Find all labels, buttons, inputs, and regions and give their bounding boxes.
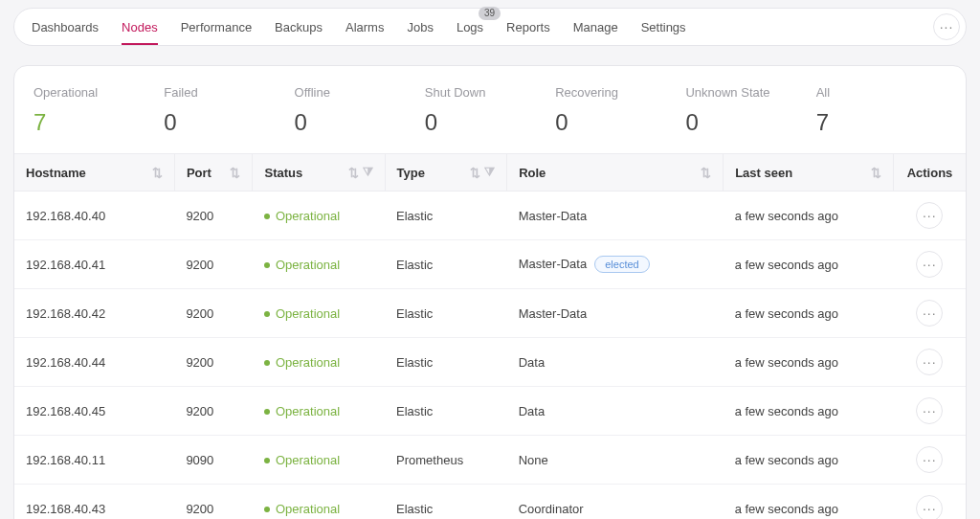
cell-lastseen: a few seconds ago	[724, 338, 894, 387]
nav-tab-label: Jobs	[407, 20, 433, 34]
cell-port: 9200	[174, 240, 253, 289]
top-nav: DashboardsNodesPerformanceBackupsAlarmsJ…	[13, 8, 967, 46]
filter-icon[interactable]: ⧩	[484, 165, 495, 180]
stat-shut-down[interactable]: Shut Down0	[425, 85, 555, 136]
col-header-status[interactable]: Status ⇅ ⧩	[253, 154, 385, 192]
sort-icon[interactable]: ⇅	[230, 166, 240, 180]
cell-port: 9090	[174, 436, 253, 485]
stat-label: Unknown State	[685, 85, 796, 100]
col-header-hostname[interactable]: Hostname ⇅	[14, 154, 174, 192]
table-body: 192.168.40.409200OperationalElasticMaste…	[14, 192, 966, 520]
stat-all[interactable]: All7	[816, 85, 947, 136]
nav-tab-performance[interactable]: Performance	[181, 9, 252, 45]
nav-tab-alarms[interactable]: Alarms	[345, 9, 384, 45]
cell-role: Data	[507, 338, 724, 387]
nav-tab-backups[interactable]: Backups	[275, 9, 323, 45]
cell-status: Operational	[253, 192, 385, 240]
nav-tabs: DashboardsNodesPerformanceBackupsAlarmsJ…	[32, 9, 686, 45]
sort-icon[interactable]: ⇅	[871, 166, 881, 180]
cell-role: Data	[507, 387, 724, 436]
cell-type: Elastic	[385, 387, 507, 436]
row-actions-button[interactable]: ···	[916, 495, 943, 519]
table-row: 192.168.40.459200OperationalElasticDataa…	[14, 387, 966, 436]
cell-role: Master-Dataelected	[507, 240, 724, 289]
table-row: 192.168.40.419200OperationalElasticMaste…	[14, 240, 966, 289]
cell-lastseen: a few seconds ago	[724, 289, 894, 338]
status-dot-icon	[264, 311, 270, 317]
cell-lastseen: a few seconds ago	[724, 192, 894, 240]
status-text: Operational	[276, 258, 340, 272]
col-header-label: Status	[264, 166, 302, 180]
stat-offline[interactable]: Offline0	[295, 85, 425, 136]
cell-lastseen: a few seconds ago	[724, 240, 894, 289]
cell-actions: ···	[893, 192, 966, 240]
stat-label: All	[816, 85, 927, 100]
stat-operational[interactable]: Operational7	[33, 85, 164, 136]
col-header-label: Role	[519, 166, 546, 180]
stat-value: 0	[555, 109, 666, 136]
stat-unknown-state[interactable]: Unknown State0	[685, 85, 815, 136]
status-dot-icon	[264, 360, 270, 366]
nav-tab-manage[interactable]: Manage	[573, 9, 618, 45]
nav-more-button[interactable]: ···	[933, 13, 960, 40]
row-actions-button[interactable]: ···	[916, 397, 943, 424]
nav-tab-nodes[interactable]: Nodes	[122, 9, 158, 45]
table-row: 192.168.40.119090OperationalPrometheusNo…	[14, 436, 966, 485]
row-actions-button[interactable]: ···	[916, 446, 943, 473]
stat-label: Recovering	[555, 85, 666, 100]
row-actions-button[interactable]: ···	[916, 251, 943, 278]
status-text: Operational	[276, 502, 340, 516]
nav-tab-dashboards[interactable]: Dashboards	[32, 9, 99, 45]
cell-role: Master-Data	[507, 289, 724, 338]
status-dot-icon	[264, 262, 270, 268]
cell-role: Master-Data	[507, 192, 724, 240]
sort-icon[interactable]: ⇅	[348, 166, 359, 180]
table-row: 192.168.40.449200OperationalElasticDataa…	[14, 338, 966, 387]
col-header-label: Type	[397, 166, 425, 180]
sort-icon[interactable]: ⇅	[152, 166, 163, 180]
cell-port: 9200	[174, 338, 253, 387]
stat-recovering[interactable]: Recovering0	[555, 85, 685, 136]
nav-tab-settings[interactable]: Settings	[641, 9, 686, 45]
sort-icon[interactable]: ⇅	[701, 166, 711, 180]
col-header-port[interactable]: Port ⇅	[174, 154, 253, 192]
cell-lastseen: a few seconds ago	[724, 387, 894, 436]
cell-hostname: 192.168.40.42	[14, 289, 174, 338]
nav-tab-label: Reports	[506, 20, 550, 34]
cell-type: Elastic	[385, 289, 507, 338]
status-dot-icon	[264, 507, 270, 512]
col-header-role[interactable]: Role ⇅	[507, 154, 724, 192]
sort-icon[interactable]: ⇅	[470, 166, 480, 180]
cell-role: None	[507, 436, 724, 485]
cell-actions: ···	[893, 240, 966, 289]
cell-status: Operational	[253, 289, 385, 338]
row-actions-button[interactable]: ···	[916, 300, 943, 327]
stat-label: Operational	[33, 85, 145, 100]
status-text: Operational	[276, 404, 340, 418]
nav-tab-reports[interactable]: Reports	[506, 9, 550, 45]
status-text: Operational	[276, 355, 340, 370]
table-row: 192.168.40.439200OperationalElasticCoord…	[14, 485, 966, 520]
nav-tab-jobs[interactable]: Jobs	[407, 9, 433, 45]
nav-tab-logs[interactable]: Logs39	[457, 9, 483, 45]
cell-hostname: 192.168.40.43	[14, 485, 174, 520]
col-header-label: Hostname	[26, 166, 86, 180]
stat-value: 0	[685, 109, 796, 136]
nav-tab-label: Alarms	[345, 20, 384, 34]
role-text: Master-Data	[519, 257, 588, 271]
col-header-lastseen[interactable]: Last seen ⇅	[724, 154, 894, 192]
status-dot-icon	[264, 214, 270, 219]
row-actions-button[interactable]: ···	[916, 349, 943, 375]
stat-value: 7	[33, 109, 145, 136]
stat-failed[interactable]: Failed0	[164, 85, 294, 136]
cell-hostname: 192.168.40.41	[14, 240, 174, 289]
stat-value: 0	[425, 109, 536, 136]
row-actions-button[interactable]: ···	[916, 202, 943, 229]
status-text: Operational	[276, 209, 340, 223]
cell-hostname: 192.168.40.40	[14, 192, 174, 240]
nav-tab-label: Manage	[573, 20, 618, 34]
filter-icon[interactable]: ⧩	[363, 165, 373, 180]
elected-badge: elected	[594, 256, 649, 273]
status-dot-icon	[264, 409, 270, 415]
col-header-type[interactable]: Type ⇅ ⧩	[385, 154, 507, 192]
